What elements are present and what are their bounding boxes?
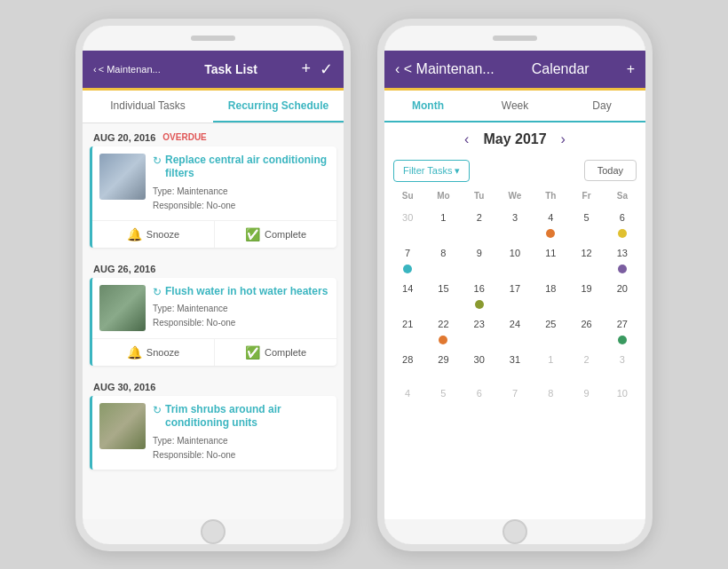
tab-recurring-schedule[interactable]: Recurring Schedule <box>213 91 344 122</box>
cal-tab-month[interactable]: Month <box>384 91 471 122</box>
back-icon: ‹ <box>93 64 97 75</box>
cal-day-8-next[interactable]: 8 <box>533 382 568 414</box>
cal-day-31[interactable]: 31 <box>497 348 533 380</box>
back-label: < Maintenan... <box>99 64 161 75</box>
cal-grid: Su Mo Tu We Th Fr Sa 30 1 2 3 4 <box>384 189 645 415</box>
task-title-1[interactable]: Replace central air conditioning filters <box>165 154 329 181</box>
cal-tab-day[interactable]: Day <box>558 91 645 121</box>
task-meta-2: Type: Maintenance Responsible: No-one <box>153 302 329 330</box>
phone-1-back-btn[interactable]: ‹ < Maintenan... <box>93 64 161 75</box>
cal-day-30-prev[interactable]: 30 <box>390 206 425 240</box>
task-title-3[interactable]: Trim shrubs around air conditioning unit… <box>165 403 329 431</box>
complete-btn-1[interactable]: ✅ Complete <box>215 221 336 248</box>
task-card-3: ↻ Trim shrubs around air conditioning un… <box>90 396 336 470</box>
task-type-3: Type: Maintenance <box>153 434 329 448</box>
cal-day-9-next[interactable]: 9 <box>568 382 604 414</box>
cal-day-18[interactable]: 18 <box>533 277 568 311</box>
phone-2: ‹ < Maintenan... Calendar + Month Week D… <box>377 19 653 551</box>
cal-dow-sa: Sa <box>605 189 640 202</box>
cal-day-24[interactable]: 24 <box>497 312 533 346</box>
phone-2-header-actions: + <box>627 61 635 77</box>
cal-day-17[interactable]: 17 <box>497 277 533 311</box>
cal-next-arrow[interactable]: › <box>561 131 566 147</box>
check-button[interactable]: ✓ <box>320 59 333 79</box>
phone-2-top-bar <box>384 26 645 51</box>
task-info-1: ↻ Replace central air conditioning filte… <box>153 154 329 213</box>
cal-day-3[interactable]: 3 <box>497 206 533 240</box>
phone-1-speaker <box>191 36 235 41</box>
cal-day-2[interactable]: 2 <box>462 206 497 240</box>
complete-icon-1: ✅ <box>245 227 260 241</box>
complete-btn-2[interactable]: ✅ Complete <box>215 339 336 366</box>
cal-day-4[interactable]: 4 <box>533 206 568 240</box>
filter-tasks-button[interactable]: Filter Tasks ▾ <box>393 160 470 182</box>
cal-day-26[interactable]: 26 <box>568 312 604 346</box>
cal-day-9[interactable]: 9 <box>462 241 497 275</box>
cal-day-25[interactable]: 25 <box>533 312 568 346</box>
cal-day-13[interactable]: 13 <box>605 241 640 275</box>
cal-add-button[interactable]: + <box>627 61 635 76</box>
cal-day-19[interactable]: 19 <box>568 277 604 311</box>
cal-day-21[interactable]: 21 <box>390 312 425 346</box>
cal-month-title: May 2017 <box>483 131 546 147</box>
phone-1-bottom-bar <box>83 519 344 544</box>
cal-day-30[interactable]: 30 <box>462 348 497 380</box>
cal-day-1[interactable]: 1 <box>425 206 461 240</box>
cal-day-22[interactable]: 22 <box>425 312 461 346</box>
snooze-icon-1: 🔔 <box>127 227 142 241</box>
cal-day-4-next[interactable]: 4 <box>390 382 425 414</box>
snooze-btn-1[interactable]: 🔔 Snooze <box>92 221 215 248</box>
cal-day-14[interactable]: 14 <box>390 277 425 311</box>
cal-week-2: 7 8 9 10 11 12 13 <box>390 241 640 275</box>
cal-day-29[interactable]: 29 <box>425 348 461 380</box>
cal-day-8[interactable]: 8 <box>425 241 461 275</box>
add-task-button[interactable]: + <box>301 59 311 78</box>
cal-week-1: 30 1 2 3 4 5 6 <box>390 206 640 240</box>
task-title-row-2: ↻ Flush water in hot water heaters <box>153 285 329 299</box>
cal-day-6-next[interactable]: 6 <box>462 382 497 414</box>
cal-day-12[interactable]: 12 <box>568 241 604 275</box>
task-meta-1: Type: Maintenance Responsible: No-one <box>153 185 329 213</box>
cal-day-15[interactable]: 15 <box>425 277 461 311</box>
task-title-row-1: ↻ Replace central air conditioning filte… <box>153 154 329 181</box>
today-button[interactable]: Today <box>584 160 637 181</box>
task-list-content: AUG 20, 2016 OVERDUE ↻ Replace central a… <box>83 123 344 519</box>
cal-day-3-next[interactable]: 3 <box>605 348 640 380</box>
snooze-btn-2[interactable]: 🔔 Snooze <box>92 339 215 366</box>
phone-2-back-btn[interactable]: ‹ < Maintenan... <box>395 61 495 77</box>
cal-day-7[interactable]: 7 <box>390 241 425 275</box>
cal-day-27[interactable]: 27 <box>605 312 640 346</box>
cal-day-6[interactable]: 6 <box>605 206 640 240</box>
cal-day-10[interactable]: 10 <box>497 241 533 275</box>
cal-day-5[interactable]: 5 <box>568 206 604 240</box>
task-card-2: ↻ Flush water in hot water heaters Type:… <box>90 278 336 366</box>
cal-week-3: 14 15 16 17 18 19 20 <box>390 277 640 311</box>
cal-back-icon: ‹ <box>395 61 400 76</box>
cal-day-23[interactable]: 23 <box>462 312 497 346</box>
task-card-1-inner: ↻ Replace central air conditioning filte… <box>92 146 336 220</box>
cal-day-10-next[interactable]: 10 <box>605 382 640 414</box>
recurring-icon-2: ↻ <box>153 286 162 298</box>
cal-tab-week[interactable]: Week <box>471 91 558 121</box>
cal-day-28[interactable]: 28 <box>390 348 425 380</box>
cal-day-5-next[interactable]: 5 <box>425 382 461 414</box>
phone-2-home-button[interactable] <box>502 519 527 544</box>
task-thumb-3 <box>99 403 146 449</box>
cal-day-11[interactable]: 11 <box>533 241 568 275</box>
cal-day-2-next[interactable]: 2 <box>568 348 604 380</box>
phone-1-header-actions: + ✓ <box>301 59 333 79</box>
cal-dow-we: We <box>497 189 533 202</box>
phone-1-header-title: Task List <box>204 62 257 76</box>
cal-day-20[interactable]: 20 <box>605 277 640 311</box>
tab-individual-tasks[interactable]: Individual Tasks <box>83 91 213 122</box>
cal-day-16[interactable]: 16 <box>462 277 497 311</box>
task-title-2[interactable]: Flush water in hot water heaters <box>165 285 328 299</box>
cal-day-7-next[interactable]: 7 <box>497 382 533 414</box>
task-type-1: Type: Maintenance <box>153 185 329 199</box>
task-card-1: ↻ Replace central air conditioning filte… <box>90 146 336 248</box>
phone-2-bottom-bar <box>384 519 645 544</box>
cal-day-1-next[interactable]: 1 <box>533 348 568 380</box>
phone-1-home-button[interactable] <box>201 519 226 544</box>
task-card-3-inner: ↻ Trim shrubs around air conditioning un… <box>92 396 336 470</box>
cal-prev-arrow[interactable]: ‹ <box>464 131 469 147</box>
